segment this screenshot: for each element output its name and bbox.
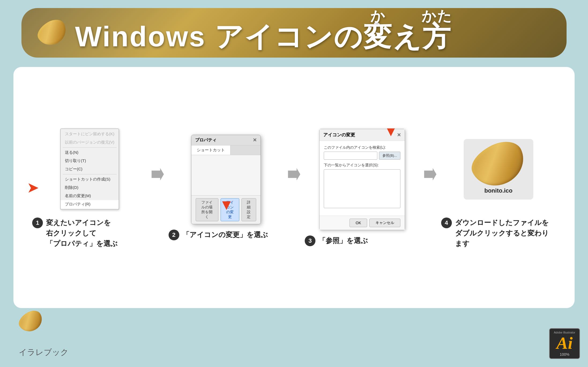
bonito-bottom-icon bbox=[16, 307, 46, 336]
main-card: スタートにピン留めする(K) 以前のバージョンの復元(V) 送る(N) 切り取り… bbox=[13, 67, 575, 308]
bonito-header-icon bbox=[34, 16, 71, 50]
step-3-text: 「参照」を選ぶ bbox=[319, 235, 368, 246]
step-1-image: スタートにピン留めする(K) 以前のバージョンの復元(V) 送る(N) 切り取り… bbox=[29, 126, 150, 212]
bonito-file-card: bonito.ico bbox=[464, 139, 533, 200]
arrow-1-2 bbox=[150, 167, 166, 182]
ctx-shortcut: ショートカットの作成(S) bbox=[61, 175, 119, 184]
icon-change-dialog: アイコンの変更 ✕ このファイル内のアイコンを検索(L): 参照(B)... 下… bbox=[319, 129, 405, 230]
icon-dialog-title-text: アイコンの変更 bbox=[323, 132, 355, 138]
svg-marker-1 bbox=[288, 168, 300, 180]
svg-marker-2 bbox=[424, 168, 437, 180]
step-2-image: プロパティ ✕ ショートカット ファイルの場所を開く アイコンの変更 詳細設定 … bbox=[166, 135, 286, 224]
icon-search-label: このファイル内のアイコンを検索(L): bbox=[324, 145, 400, 150]
ctx-cut: 切り取り(T) bbox=[61, 157, 119, 165]
step-1-label: 1 変えたいアイコンを右クリックして「プロパティ」を選ぶ bbox=[29, 218, 150, 249]
ai-icon: Ai bbox=[556, 335, 572, 352]
step-3-red-arrow: ▼ bbox=[384, 125, 398, 138]
properties-titlebar: プロパティ ✕ bbox=[191, 135, 260, 145]
svg-marker-0 bbox=[152, 168, 164, 180]
icon-search-input[interactable] bbox=[324, 152, 377, 160]
properties-title: プロパティ bbox=[195, 137, 217, 143]
properties-close[interactable]: ✕ bbox=[253, 137, 257, 143]
ctx-rename: 名前の変更(M) bbox=[61, 192, 119, 200]
page-title: Windows アイコンの変かえ方かた bbox=[75, 10, 453, 56]
step-1-block: スタートにピン留めする(K) 以前のバージョンの復元(V) 送る(N) 切り取り… bbox=[29, 126, 150, 249]
step-2-red-arrow: ▼ bbox=[219, 197, 234, 212]
btn-open-location[interactable]: ファイルの場所を開く bbox=[196, 198, 218, 221]
bottom-area: イラレブック bbox=[13, 311, 575, 359]
ctx-copy: コピー(C) bbox=[61, 165, 119, 173]
step-2-block: プロパティ ✕ ショートカット ファイルの場所を開く アイコンの変更 詳細設定 … bbox=[166, 135, 286, 240]
step-4-number: 4 bbox=[441, 218, 452, 228]
step-3-label: 3 「参照」を選ぶ bbox=[302, 235, 422, 246]
ai-badge: Adobe Illustrator Ai 100% bbox=[549, 328, 580, 359]
ctx-properties[interactable]: プロパティ(R) bbox=[61, 200, 119, 208]
step-4-block: bonito.ico 4 ダウンロードしたファイルをダブルクリックすると変わりま… bbox=[438, 126, 559, 249]
btn-advanced[interactable]: 詳細設定 bbox=[241, 198, 256, 221]
step-4-label: 4 ダウンロードしたファイルをダブルクリックすると変わります bbox=[438, 218, 559, 249]
step-4-image: bonito.ico bbox=[438, 126, 559, 212]
properties-content bbox=[191, 155, 260, 195]
ctx-send: 送る(N) bbox=[61, 148, 119, 157]
arrow-3-4 bbox=[422, 167, 438, 182]
header-banner: Windows アイコンの変かえ方かた bbox=[21, 8, 567, 58]
ctx-sep1 bbox=[63, 147, 117, 148]
icon-ok-btn[interactable]: OK bbox=[349, 219, 367, 227]
step-3-image: アイコンの変更 ✕ このファイル内のアイコンを検索(L): 参照(B)... 下… bbox=[302, 129, 422, 230]
icon-select-label: 下の一覧からアイコンを選択(S): bbox=[324, 163, 400, 168]
step-3-block: アイコンの変更 ✕ このファイル内のアイコンを検索(L): 参照(B)... 下… bbox=[302, 129, 422, 246]
step-1-number: 1 bbox=[32, 218, 43, 228]
step-3-number: 3 bbox=[305, 235, 315, 246]
ai-badge-percent: 100% bbox=[560, 352, 570, 357]
ctx-delete: 削除(D) bbox=[61, 184, 119, 192]
icon-cancel-btn[interactable]: キャンセル bbox=[369, 219, 400, 227]
properties-tabs: ショートカット bbox=[191, 145, 260, 155]
ctx-pin: スタートにピン留めする(K) bbox=[61, 130, 119, 138]
icon-dialog-close[interactable]: ✕ bbox=[397, 132, 401, 138]
ctx-sep2 bbox=[63, 174, 117, 174]
bonito-large-icon bbox=[466, 135, 531, 194]
icon-dialog-footer: OK キャンセル bbox=[319, 216, 405, 230]
step-2-text: 「アイコンの変更」を選ぶ bbox=[183, 230, 268, 240]
icon-search-row: 参照(B)... bbox=[324, 152, 400, 160]
bonito-filename: bonito.ico bbox=[484, 187, 512, 194]
context-menu: スタートにピン留めする(K) 以前のバージョンの復元(V) 送る(N) 切り取り… bbox=[60, 129, 119, 210]
ctx-restore: 以前のバージョンの復元(V) bbox=[61, 138, 119, 147]
step-1-text: 変えたいアイコンを右クリックして「プロパティ」を選ぶ bbox=[46, 218, 118, 249]
step-2-label: 2 「アイコンの変更」を選ぶ bbox=[166, 230, 286, 240]
step-2-number: 2 bbox=[169, 230, 179, 240]
icon-browse-btn[interactable]: 参照(B)... bbox=[379, 152, 400, 160]
site-label: イラレブック bbox=[19, 347, 69, 358]
arrow-2-3 bbox=[286, 167, 302, 182]
step-1-red-arrow: ➤ bbox=[27, 179, 39, 196]
step-4-text: ダウンロードしたファイルをダブルクリックすると変わります bbox=[455, 218, 556, 249]
icon-dialog-body: このファイル内のアイコンを検索(L): 参照(B)... 下の一覧からアイコンを… bbox=[319, 141, 405, 216]
icon-list-area bbox=[324, 169, 400, 208]
tab-shortcut[interactable]: ショートカット bbox=[191, 145, 230, 155]
